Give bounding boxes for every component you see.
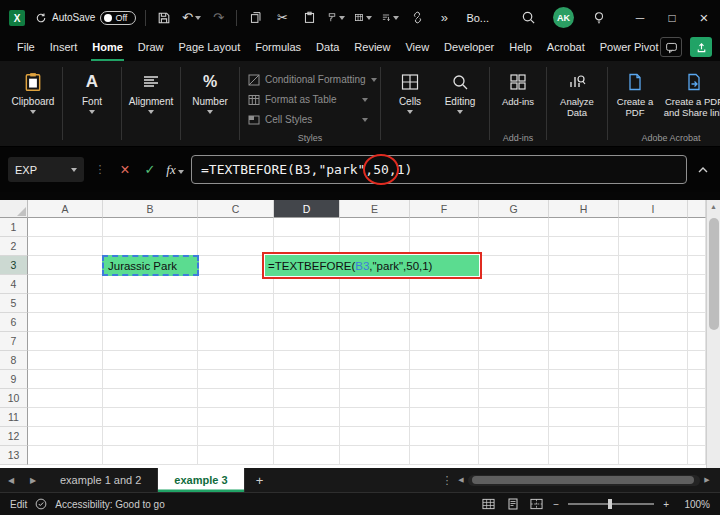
cell-A9[interactable] — [28, 370, 103, 389]
column-header-A[interactable]: A — [28, 200, 103, 218]
menu-tab-help[interactable]: Help — [508, 35, 533, 61]
cell-B13[interactable] — [103, 446, 198, 465]
search-icon[interactable] — [519, 9, 537, 27]
cell-E10[interactable] — [340, 389, 410, 408]
cell-F7[interactable] — [410, 332, 479, 351]
cell-G7[interactable] — [479, 332, 549, 351]
tab-overflow-icon[interactable]: ⋮ — [438, 474, 456, 487]
create-pdf-button[interactable]: Create a PDF — [612, 64, 658, 119]
cell-H12[interactable] — [549, 427, 619, 446]
cell-C12[interactable] — [198, 427, 274, 446]
create-pdf-share-button[interactable]: Create a PDF and Share link — [658, 64, 720, 119]
copy-icon[interactable] — [246, 9, 264, 27]
scroll-left-icon[interactable]: ◀ — [456, 476, 466, 484]
cell-G4[interactable] — [479, 275, 549, 294]
cell-G10[interactable] — [479, 389, 549, 408]
cell-I6[interactable] — [619, 313, 688, 332]
lightbulb-icon[interactable] — [590, 9, 608, 27]
zoom-in-button[interactable]: + — [663, 499, 669, 510]
row-header-2[interactable]: 2 — [0, 237, 28, 256]
cell-styles-button[interactable]: Cell Styles — [244, 110, 376, 129]
menu-tab-draw[interactable]: Draw — [137, 35, 165, 61]
cell-I11[interactable] — [619, 408, 688, 427]
menu-tab-review[interactable]: Review — [353, 35, 391, 61]
cell-D10[interactable] — [274, 389, 340, 408]
cell-I3[interactable] — [619, 256, 688, 275]
zoom-level[interactable]: 100% — [678, 499, 710, 510]
cell-H1[interactable] — [549, 218, 619, 237]
excel-logo-icon[interactable]: X — [8, 9, 26, 27]
minimize-button[interactable]: ─ — [624, 0, 656, 35]
formula-input[interactable]: =TEXTBEFORE(B3,"park",50,1) — [191, 155, 687, 184]
cell-D6[interactable] — [274, 313, 340, 332]
menu-tab-file[interactable]: File — [16, 35, 36, 61]
cell-C13[interactable] — [198, 446, 274, 465]
column-header-H[interactable]: H — [549, 200, 619, 218]
cell-B7[interactable] — [103, 332, 198, 351]
cell-A11[interactable] — [28, 408, 103, 427]
autosave-control[interactable]: AutoSave Off — [35, 11, 136, 25]
format-as-table-button[interactable]: Format as Table — [244, 90, 376, 109]
cut-icon[interactable]: ✂ — [273, 9, 291, 27]
cell-G6[interactable] — [479, 313, 549, 332]
cell-I10[interactable] — [619, 389, 688, 408]
font-button[interactable]: A Font — [67, 64, 117, 114]
cell-C5[interactable] — [198, 294, 274, 313]
cell-F13[interactable] — [410, 446, 479, 465]
next-sheet-button[interactable]: ▶ — [22, 476, 44, 485]
cell-F9[interactable] — [410, 370, 479, 389]
sort-filter-icon[interactable] — [381, 9, 399, 27]
cell-B6[interactable] — [103, 313, 198, 332]
sheet-tab-example-3[interactable]: example 3 — [158, 468, 244, 492]
cell-G11[interactable] — [479, 408, 549, 427]
cell-A3[interactable] — [28, 256, 103, 275]
cell-D12[interactable] — [274, 427, 340, 446]
cell-partial-11[interactable] — [688, 408, 706, 427]
cell-I5[interactable] — [619, 294, 688, 313]
cell-H11[interactable] — [549, 408, 619, 427]
cell-E5[interactable] — [340, 294, 410, 313]
cell-G12[interactable] — [479, 427, 549, 446]
column-header-G[interactable]: G — [479, 200, 549, 218]
more-commands-icon[interactable]: » — [435, 9, 453, 27]
sheet-tab-example-1-and-2[interactable]: example 1 and 2 — [44, 468, 158, 492]
cell-E8[interactable] — [340, 351, 410, 370]
cell-B4[interactable] — [103, 275, 198, 294]
cell-B1[interactable] — [103, 218, 198, 237]
column-header-C[interactable]: C — [198, 200, 274, 218]
cell-G8[interactable] — [479, 351, 549, 370]
cell-partial-13[interactable] — [688, 446, 706, 465]
cells-button[interactable]: Cells — [385, 64, 435, 114]
addins-button[interactable]: Add-ins — [494, 64, 542, 108]
cell-C9[interactable] — [198, 370, 274, 389]
zoom-slider-thumb[interactable] — [608, 499, 612, 509]
cell-A12[interactable] — [28, 427, 103, 446]
cell-D11[interactable] — [274, 408, 340, 427]
menu-tab-power-pivot[interactable]: Power Pivot — [599, 35, 660, 61]
cell-A7[interactable] — [28, 332, 103, 351]
row-header-6[interactable]: 6 — [0, 313, 28, 332]
menu-tab-acrobat[interactable]: Acrobat — [546, 35, 586, 61]
clipboard-button[interactable]: Clipboard — [8, 64, 58, 114]
maximize-button[interactable]: □ — [656, 0, 688, 35]
cell-A2[interactable] — [28, 237, 103, 256]
row-header-11[interactable]: 11 — [0, 408, 28, 427]
cell-D3-formula[interactable]: =TEXTBEFORE(B3,"park",50,1) — [265, 255, 479, 276]
cell-A13[interactable] — [28, 446, 103, 465]
cell-C10[interactable] — [198, 389, 274, 408]
cell-H6[interactable] — [549, 313, 619, 332]
autosave-toggle[interactable]: Off — [100, 11, 136, 25]
zoom-slider[interactable] — [568, 503, 654, 505]
cell-D13[interactable] — [274, 446, 340, 465]
cell-G9[interactable] — [479, 370, 549, 389]
cell-E9[interactable] — [340, 370, 410, 389]
cell-E13[interactable] — [340, 446, 410, 465]
cell-I13[interactable] — [619, 446, 688, 465]
share-button[interactable] — [690, 37, 712, 57]
collapse-formula-bar-button[interactable] — [694, 166, 712, 174]
row-header-5[interactable]: 5 — [0, 294, 28, 313]
cell-C1[interactable] — [198, 218, 274, 237]
cell-A6[interactable] — [28, 313, 103, 332]
menu-tab-formulas[interactable]: Formulas — [254, 35, 302, 61]
zoom-out-button[interactable]: − — [553, 499, 559, 510]
